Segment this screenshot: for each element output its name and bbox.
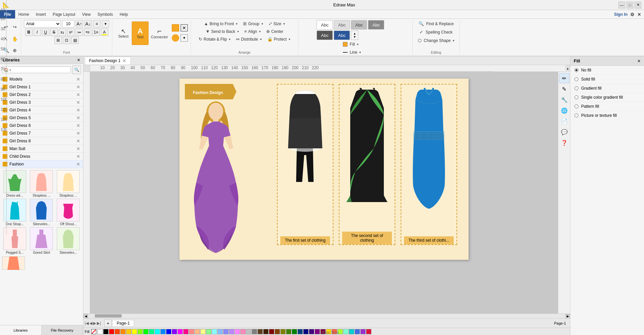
rt-page-btn[interactable]: 📄	[559, 116, 569, 126]
menu-pagelayout[interactable]: Page Layout	[49, 11, 79, 18]
scroll-track[interactable]	[88, 314, 565, 318]
color-lightyellow[interactable]	[200, 329, 206, 334]
color-magenta[interactable]	[177, 329, 183, 334]
color-teal[interactable]	[349, 329, 354, 334]
thumb-strapless2[interactable]: Strapless ...	[55, 170, 81, 197]
page-last-btn[interactable]: ▶|	[97, 321, 101, 326]
color-blue2[interactable]	[160, 329, 166, 334]
page-prev-btn[interactable]: ◀	[89, 321, 92, 326]
fill-option-pattern[interactable]: Pattern fill	[570, 102, 644, 111]
pan-button[interactable]: ⊕	[11, 45, 19, 56]
library-close-girldress5[interactable]: ✕	[76, 115, 80, 121]
thumb-strapless1[interactable]: Strapless ...	[29, 170, 54, 197]
canvas-main[interactable]: Fashion Design	[90, 72, 558, 314]
color-yellow[interactable]	[132, 329, 137, 334]
size-button[interactable]: ⤢ Size ▾	[266, 20, 287, 27]
page-first-btn[interactable]: |◀	[85, 321, 89, 326]
rt-pen-btn[interactable]: ✏	[559, 73, 569, 83]
library-item-mansuit[interactable]: Man Suit ✕	[0, 145, 83, 153]
library-close-mansuit[interactable]: ✕	[76, 146, 80, 151]
numbering-button[interactable]: 1≡	[92, 29, 100, 36]
hand-tool[interactable]: ✋	[11, 34, 19, 44]
signin-button[interactable]: Sign In	[614, 12, 628, 17]
color-darkgreen[interactable]	[292, 329, 297, 334]
window-controls[interactable]: — □ ✕	[618, 2, 641, 8]
select-tool-button[interactable]: ↖ Select	[115, 21, 132, 45]
library-item-girldress7[interactable]: Girl Dress 7 ✕	[0, 130, 83, 137]
scroll-left-button[interactable]: ◀	[83, 314, 88, 319]
color-indigo[interactable]	[309, 329, 314, 334]
library-item-fashion[interactable]: Fashion ✕	[0, 160, 83, 168]
thumb-goredskirt[interactable]: Gored Skirt	[29, 227, 54, 254]
rt-chat-btn[interactable]: 💬	[559, 127, 569, 137]
no-fill-swatch[interactable]	[91, 329, 96, 334]
font-format-3[interactable]: ▤	[71, 37, 79, 44]
color-pink2[interactable]	[183, 329, 189, 334]
sidebar-search-button[interactable]: 🔍	[72, 65, 81, 74]
menu-help[interactable]: Help	[116, 11, 131, 18]
scroll-right-button[interactable]: ▶	[565, 314, 570, 319]
fill-panel-close-icon[interactable]: ✕	[637, 59, 641, 63]
shape-rect-btn[interactable]	[172, 24, 179, 32]
fill-option-solid[interactable]: Solid fill	[570, 75, 644, 84]
library-close-girldress8[interactable]: ✕	[76, 138, 80, 144]
color-lightpurple[interactable]	[223, 329, 229, 334]
line-button[interactable]: Line ▾	[340, 49, 364, 56]
ruler-scroll-up[interactable]: ▲	[565, 65, 570, 72]
style-abc-2[interactable]: Abc	[334, 20, 350, 30]
protect-button[interactable]: 🔒 Protect ▾	[265, 36, 293, 43]
text-align-btn[interactable]: ≡	[93, 20, 100, 28]
library-item-girldress1[interactable]: Girl Dress 1 ✕	[0, 83, 83, 91]
minimize-button[interactable]: —	[618, 2, 625, 8]
rt-wrench-btn[interactable]: 🔧	[559, 95, 569, 105]
bullet-button[interactable]: •≡	[84, 29, 91, 36]
color-lavender[interactable]	[229, 329, 234, 334]
color-red2[interactable]	[115, 329, 120, 334]
color-darklime[interactable]	[286, 329, 291, 334]
color-darkbrown[interactable]	[263, 329, 269, 334]
maximize-button[interactable]: □	[627, 2, 633, 8]
subscript-button[interactable]: x₂	[59, 29, 66, 36]
distribute-button[interactable]: ⇔ Distribute ▾	[234, 36, 264, 43]
color-blue[interactable]	[166, 329, 171, 334]
color-purple[interactable]	[315, 329, 320, 334]
library-close-girldress7[interactable]: ✕	[76, 131, 80, 136]
color-lime2[interactable]	[137, 329, 143, 334]
style-abc-6[interactable]: Abc	[334, 31, 350, 40]
color-royalblue[interactable]	[355, 329, 360, 334]
menu-symbols[interactable]: Symbols	[94, 11, 116, 18]
color-brown2[interactable]	[257, 329, 263, 334]
color-darkblue2[interactable]	[297, 329, 303, 334]
color-lightblue[interactable]	[217, 329, 223, 334]
font-format-2[interactable]: ⊡	[63, 37, 70, 44]
color-mint[interactable]	[149, 329, 154, 334]
library-item-childdress[interactable]: Child Dress ✕	[0, 153, 83, 160]
library-close-fashion[interactable]: ✕	[76, 161, 80, 167]
library-close-girldress1[interactable]: ✕	[76, 84, 80, 90]
color-black[interactable]	[103, 329, 109, 334]
style-more-up[interactable]: ▲ ▼	[351, 31, 358, 40]
find-replace-button[interactable]: 🔍 Find & Replace	[416, 20, 456, 27]
text-tool-button[interactable]: A Text	[132, 21, 149, 45]
color-white[interactable]	[97, 329, 103, 334]
library-item-girldress8[interactable]: Girl Dress 8 ✕	[0, 137, 83, 145]
library-item-girldress5[interactable]: Girl Dress 5 ✕	[0, 114, 83, 122]
font-family-select[interactable]: Arial	[24, 20, 61, 28]
style-abc-4[interactable]: Abc	[368, 20, 384, 30]
color-lightpink[interactable]	[240, 329, 246, 334]
color-darkorange[interactable]	[275, 329, 280, 334]
connector-tool-button[interactable]: ⌐ Connector	[149, 21, 170, 45]
thumb-sleeveless2[interactable]: Sleeveles...	[55, 227, 81, 254]
color-navy[interactable]	[303, 329, 309, 334]
font-size-input[interactable]	[62, 20, 74, 28]
style-abc-1[interactable]: Abc	[317, 20, 333, 30]
style-abc-5[interactable]: Abc	[317, 31, 333, 40]
font-size-decrease[interactable]: A↓	[84, 20, 92, 28]
library-item-girldress4[interactable]: Girl Dress 4 ✕	[0, 106, 83, 114]
horizontal-scrollbar[interactable]: ◀ ▶	[83, 314, 570, 318]
color-crimson[interactable]	[366, 329, 371, 334]
color-orange[interactable]	[120, 329, 126, 334]
close-ribbon-icon[interactable]: ✕	[637, 12, 641, 17]
color-lightcyan[interactable]	[212, 329, 217, 334]
menu-insert[interactable]: Insert	[33, 11, 49, 18]
